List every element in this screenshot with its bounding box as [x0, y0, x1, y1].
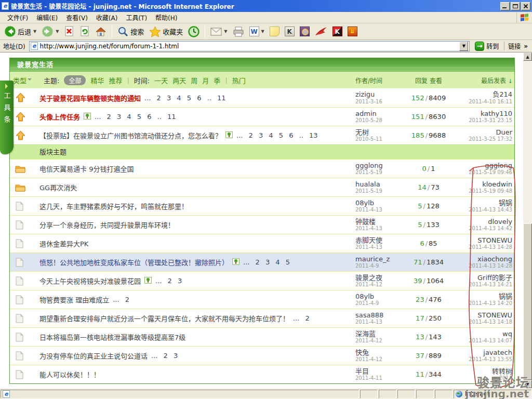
topic-title-link[interactable]: 分享一个亲身经历，共同提升骏景用车环境！: [39, 220, 175, 230]
lastpost-author-link[interactable]: Duer: [462, 128, 512, 137]
lastpost-author-link[interactable]: Griff的影子: [462, 274, 512, 282]
topic-title-link[interactable]: 今天上午央视将镜头对准骏景花园: [39, 276, 141, 286]
edit-with-word-button[interactable]: W ▼: [248, 25, 266, 37]
lastpost-author-link[interactable]: STONEWU: [462, 311, 512, 320]
menu-edit[interactable]: 编辑(E): [32, 11, 62, 23]
lastpost-author-link[interactable]: ggglong: [462, 162, 512, 170]
address-dropdown-button[interactable]: ▼: [459, 42, 468, 51]
close-button[interactable]: [521, 2, 530, 10]
side-toolbar-tab[interactable]: 工具条: [0, 81, 14, 154]
topic-title-link[interactable]: 退休金差异大PK: [39, 238, 88, 248]
topic-title-link[interactable]: 物管费要涨 理由难成立: [39, 295, 109, 304]
back-button[interactable]: 后退 ▼: [3, 24, 38, 38]
lastpost-author-link[interactable]: javatech: [462, 349, 512, 357]
lastpost-author-link[interactable]: dlovely: [462, 218, 512, 226]
filter-type[interactable]: 类型: [12, 75, 32, 85]
filter-digest[interactable]: 精华: [90, 75, 104, 85]
topic-author-link[interactable]: zizigu: [355, 90, 395, 99]
topic-author-link[interactable]: hualala: [355, 180, 395, 189]
menu-favorites[interactable]: 收藏(A): [92, 11, 122, 23]
lastpost-author-link[interactable]: kathy110: [462, 110, 512, 118]
dictionary-button[interactable]: [298, 25, 311, 37]
topic-author-link[interactable]: admin: [355, 110, 395, 118]
flashget-button[interactable]: ⇊: [346, 25, 359, 37]
topic-title-link[interactable]: GG再次消失: [39, 182, 77, 192]
scrollbar-thumb[interactable]: [523, 223, 532, 380]
restore-button[interactable]: [511, 2, 520, 10]
topic-pages[interactable]: ... 2 3 4 5 6 .. 11: [95, 113, 176, 121]
topic-pages[interactable]: ... 2: [113, 296, 129, 303]
history-button[interactable]: [187, 25, 201, 38]
lastpost-author-link[interactable]: 锅锅: [462, 199, 512, 207]
topic-author-link[interactable]: 骏景之夜: [355, 274, 395, 282]
minimize-button[interactable]: [500, 2, 510, 10]
home-button[interactable]: [94, 25, 108, 38]
filter-time-1day[interactable]: 一天: [154, 75, 168, 85]
topic-author-link[interactable]: 08ylb: [355, 292, 395, 301]
favorites-button[interactable]: 收藏夹: [148, 25, 184, 38]
menu-help[interactable]: 帮助(H): [151, 11, 181, 23]
lastpost-author-link[interactable]: 锅锅: [462, 292, 512, 301]
search-button[interactable]: 搜索: [116, 25, 145, 38]
forward-dropdown-icon[interactable]: ▼: [56, 29, 59, 34]
menu-file[interactable]: 文件(F): [3, 11, 32, 23]
scroll-down-button[interactable]: ▼: [523, 380, 532, 388]
forward-button[interactable]: ▼: [40, 24, 60, 38]
topic-author-link[interactable]: 快兔: [355, 349, 395, 357]
filter-recommend[interactable]: 推荐: [109, 75, 122, 85]
filter-time-month[interactable]: 月: [202, 75, 209, 85]
lastpost-author-link[interactable]: 负214: [462, 90, 512, 99]
topic-pages[interactable]: ... 2 3 4 5: [243, 258, 290, 266]
scroll-up-button[interactable]: ▲: [523, 52, 532, 61]
topic-author-link[interactable]: 无树: [355, 128, 395, 137]
topic-author-link[interactable]: 08ylb: [355, 199, 395, 207]
menu-tools[interactable]: 工具(T): [122, 11, 151, 23]
topic-title-link[interactable]: 愤怒！公共地加地桩变成私家车位（管理处已整改！撤除照片）: [39, 257, 229, 267]
links-chevron-icon[interactable]: »: [524, 43, 528, 50]
topic-title-link[interactable]: 期望重新合理安排每户就近分派一个露天月保车位，大家就不用每天为抢车位烦了！: [39, 313, 289, 323]
topic-title-link[interactable]: 头像上传任务: [39, 112, 80, 122]
topic-author-link[interactable]: sasa888: [355, 311, 395, 320]
address-field[interactable]: e http://www.junjing.net/forum/forum-1-1…: [29, 41, 470, 51]
vertical-scrollbar[interactable]: ▲ ▼: [523, 52, 532, 388]
topic-author-link[interactable]: ggglong: [355, 162, 395, 170]
filter-time-week[interactable]: 周: [191, 75, 197, 85]
filter-hot[interactable]: 热门: [232, 75, 246, 85]
links-bar[interactable]: 链接 »: [504, 42, 530, 50]
topic-title-link[interactable]: 【投票贴】在骏景设立广州图书馆流动借还分点，您怎么看？: [39, 130, 222, 140]
topic-author-link[interactable]: 赤脚天使: [355, 236, 395, 245]
topic-author-link[interactable]: maurice_z: [355, 255, 395, 263]
topic-pages[interactable]: ... 2 3: [155, 277, 182, 285]
topic-title-link[interactable]: 这几天，车主野猪素质好与不好，鸣笛就在那里！: [39, 201, 188, 211]
mail-dropdown-icon[interactable]: ▼: [224, 29, 227, 34]
topic-pages[interactable]: ... 2: [293, 314, 310, 322]
print-button[interactable]: [231, 25, 246, 38]
filter-all[interactable]: 全部: [64, 75, 86, 85]
refresh-button[interactable]: [78, 25, 91, 38]
topic-pages[interactable]: ... 2 3 4 5 6 .. 13: [236, 131, 318, 139]
kaspersky-button[interactable]: K: [331, 25, 344, 37]
topic-title-link[interactable]: 电信天翼易通卡 9分钱打遍全国: [39, 164, 134, 174]
topic-title-link[interactable]: 能人可以休矣！！！: [39, 369, 100, 379]
back-dropdown-icon[interactable]: ▼: [33, 29, 36, 34]
topic-author-link[interactable]: 钟鼓楼: [355, 218, 395, 226]
topic-author-link[interactable]: 半目: [355, 367, 395, 376]
lastpost-author-link[interactable]: 转转树: [462, 367, 512, 376]
lastpost-author-link[interactable]: STONEWU: [462, 236, 512, 245]
thunder-button[interactable]: [313, 25, 329, 38]
word-dropdown-icon[interactable]: ▼: [261, 29, 264, 34]
topic-pages[interactable]: ... 2 3: [151, 352, 178, 360]
stop-button[interactable]: [62, 25, 76, 38]
column-header-lastpost[interactable]: 最后发表 ↓: [462, 76, 514, 85]
filter-time-season[interactable]: 季: [214, 75, 220, 85]
topic-pages[interactable]: ... 2 3 4 5 6 .. 11: [144, 94, 226, 102]
topic-title-link[interactable]: 为没有停车位的真正业主说句公道话: [39, 351, 148, 361]
menu-view[interactable]: 查看(V): [62, 11, 92, 23]
notes-button[interactable]: [268, 25, 281, 37]
lastpost-author-link[interactable]: xiaochong: [462, 255, 512, 263]
mail-button[interactable]: ▼: [209, 26, 229, 37]
filter-time-2day[interactable]: 两天: [172, 75, 186, 85]
k-toolbar-button[interactable]: K: [283, 25, 296, 37]
go-button[interactable]: → 转到: [472, 41, 501, 51]
lastpost-author-link[interactable]: kloedwin: [462, 180, 512, 189]
